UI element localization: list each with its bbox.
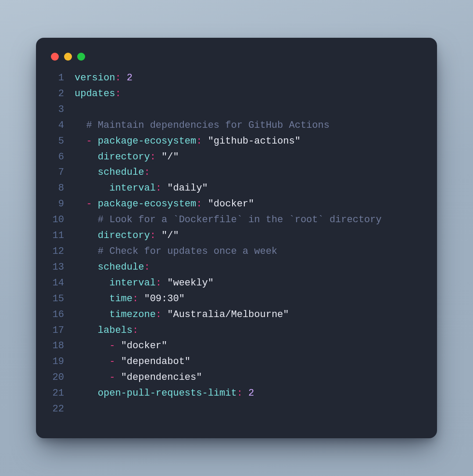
line-content: directory: "/" <box>75 149 425 165</box>
close-icon[interactable] <box>51 53 59 61</box>
token: dependabot <box>127 356 185 367</box>
token: version <box>75 72 115 83</box>
code-line: 4 # Maintain dependencies for GitHub Act… <box>48 118 425 133</box>
token: schedule <box>98 262 144 273</box>
token: - <box>86 198 92 209</box>
token: " <box>202 183 208 194</box>
token <box>75 325 98 336</box>
line-content: schedule: <box>75 260 425 275</box>
code-line: 17 labels: <box>48 323 425 339</box>
line-content: updates: <box>75 86 425 102</box>
line-number: 16 <box>48 307 75 323</box>
token <box>75 262 98 273</box>
line-content: - package-ecosystem: "docker" <box>75 196 425 212</box>
token: : <box>196 136 202 147</box>
line-content: directory: "/" <box>75 228 425 244</box>
code-line: 13 schedule: <box>48 260 425 275</box>
token: " <box>248 198 254 209</box>
token <box>161 309 167 320</box>
token: : <box>150 151 156 162</box>
code-window: 1version: 22updates:34 # Maintain depend… <box>36 38 437 438</box>
token: " <box>161 340 167 351</box>
line-content: # Check for updates once a week <box>75 244 425 260</box>
code-line: 21 open-pull-requests-limit: 2 <box>48 386 425 401</box>
token: - <box>109 340 115 351</box>
token: : <box>237 388 243 399</box>
code-line: 8 interval: "daily" <box>48 180 425 196</box>
token: docker <box>127 340 161 351</box>
token: : <box>133 325 138 336</box>
token: : <box>133 293 138 304</box>
token: 09:30 <box>150 293 179 304</box>
token: github-actions <box>214 136 295 147</box>
code-block: 1version: 22updates:34 # Maintain depend… <box>48 70 425 417</box>
code-line: 18 - "docker" <box>48 338 425 354</box>
token <box>121 72 127 83</box>
token <box>202 198 208 209</box>
token: " <box>167 309 173 320</box>
code-line: 22 <box>48 401 425 417</box>
token: / <box>167 151 173 162</box>
token: - <box>86 136 92 147</box>
code-line: 16 timezone: "Australia/Melbourne" <box>48 307 425 323</box>
line-content: - "dependabot" <box>75 354 425 370</box>
token: # Check for updates once a week <box>75 246 277 257</box>
token: " <box>167 278 173 288</box>
token: " <box>196 372 202 383</box>
line-content: version: 2 <box>75 70 425 86</box>
token: : <box>156 183 161 194</box>
token <box>161 183 167 194</box>
token <box>75 230 98 241</box>
line-content: - "dependencies" <box>75 370 425 386</box>
line-number: 19 <box>48 354 75 370</box>
line-number: 18 <box>48 338 75 354</box>
token <box>92 136 98 147</box>
token: # Maintain dependencies for GitHub Actio… <box>75 120 330 131</box>
line-number: 21 <box>48 386 75 401</box>
zoom-icon[interactable] <box>77 53 85 61</box>
token: " <box>161 230 167 241</box>
token <box>75 183 109 194</box>
token: : <box>150 230 156 241</box>
line-number: 17 <box>48 323 75 339</box>
token: # Look for a `Dockerfile` in the `root` … <box>75 214 382 225</box>
token <box>75 309 109 320</box>
minimize-icon[interactable] <box>64 53 72 61</box>
line-number: 11 <box>48 228 75 244</box>
token: updates <box>75 88 115 99</box>
token <box>156 230 161 241</box>
token <box>75 388 98 399</box>
line-content: labels: <box>75 323 425 339</box>
token: interval <box>109 183 156 194</box>
code-line: 1version: 2 <box>48 70 425 86</box>
line-number: 4 <box>48 118 75 133</box>
line-number: 15 <box>48 291 75 307</box>
token <box>115 356 121 367</box>
token: interval <box>109 278 156 288</box>
token: " <box>121 372 127 383</box>
line-content: schedule: <box>75 165 425 180</box>
line-content: time: "09:30" <box>75 291 425 307</box>
token <box>75 278 109 288</box>
line-number: 1 <box>48 70 75 86</box>
line-content: # Maintain dependencies for GitHub Actio… <box>75 118 425 133</box>
token: - <box>109 356 115 367</box>
token <box>75 293 109 304</box>
token: open-pull-requests-limit <box>98 388 237 399</box>
token: " <box>144 293 150 304</box>
token: " <box>295 136 301 147</box>
line-content: # Look for a `Dockerfile` in the `root` … <box>75 212 425 228</box>
token: : <box>144 262 150 273</box>
line-number: 2 <box>48 86 75 102</box>
token: " <box>283 309 289 320</box>
token <box>75 136 86 147</box>
token: : <box>156 278 161 288</box>
token: " <box>167 183 173 194</box>
token: dependencies <box>127 372 196 383</box>
code-line: 2updates: <box>48 86 425 102</box>
token <box>138 293 144 304</box>
token: " <box>208 198 214 209</box>
line-number: 10 <box>48 212 75 228</box>
token <box>243 388 248 399</box>
line-number: 3 <box>48 102 75 118</box>
